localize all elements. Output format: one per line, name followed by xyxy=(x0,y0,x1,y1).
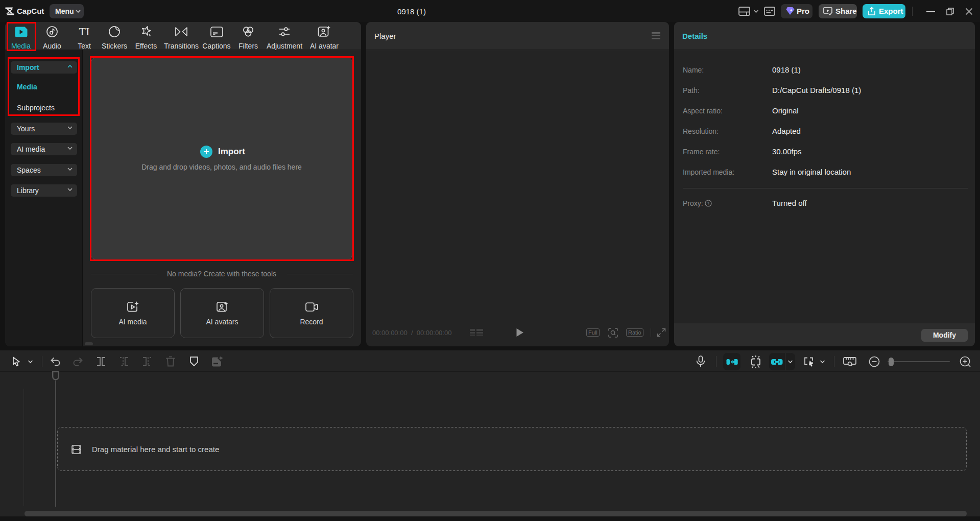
svg-text:?: ? xyxy=(707,201,710,206)
